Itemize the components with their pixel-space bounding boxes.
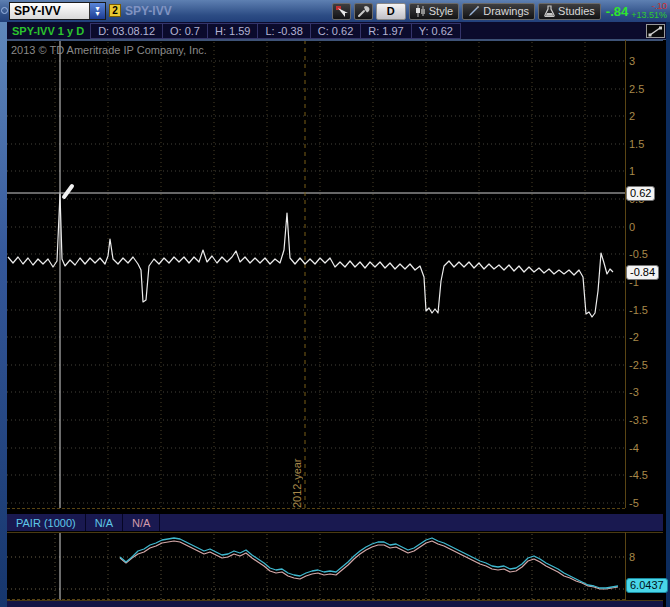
axis-tick-label: -4 <box>629 442 639 454</box>
studies-button[interactable]: Studies <box>538 3 601 20</box>
top-toolbar: SPY-IVV ▾ ▾ 2 SPY-IVV D <box>0 0 670 22</box>
axis-tick-label: 3 <box>629 55 635 67</box>
axis-tick-label: -1.5 <box>629 304 648 316</box>
settings-button[interactable] <box>354 3 373 20</box>
axis-tick-label: -0.5 <box>629 248 648 260</box>
wrench-icon <box>357 5 370 18</box>
studies-button-label: Studies <box>558 5 595 17</box>
chart-window: SPY-IVV ▾ ▾ 2 SPY-IVV D <box>0 0 670 607</box>
pair-value-2: N/A <box>123 514 160 531</box>
pair-pane-header: PAIR (1000) N/A N/A <box>7 513 663 532</box>
toolbar-right-cluster: D Style Drawings <box>332 2 668 20</box>
axis-tick-label: -4.5 <box>629 469 648 481</box>
ohlc-low: L: -0.38 <box>257 24 309 38</box>
flask-icon <box>544 5 555 17</box>
axis-tick-label: -5 <box>629 497 639 509</box>
symbol-dropdown-button[interactable]: ▾ ▾ <box>89 3 105 19</box>
axis-tick-label: -2 <box>629 331 639 343</box>
main-chart-canvas[interactable]: 32.521.510.50-0.5-1-1.5-2-2.5-3-3.5-4-4.… <box>0 40 670 510</box>
drawings-button[interactable]: Drawings <box>462 3 535 20</box>
link-group-badge[interactable]: 2 <box>109 4 121 17</box>
pair-study-label[interactable]: PAIR (1000) <box>7 514 86 531</box>
candlestick-icon <box>415 5 426 17</box>
last-price-badge: -0.84 <box>626 265 659 280</box>
style-button[interactable]: Style <box>409 3 459 20</box>
mouse-cursor-pencil <box>64 186 72 197</box>
ohlc-y: Y: 0.62 <box>411 24 460 38</box>
ohlc-range: R: 1.97 <box>360 24 410 38</box>
pencil-icon <box>468 5 480 17</box>
spread-line <box>8 194 613 317</box>
chart-title: SPY-IVV 1 y D <box>12 25 84 37</box>
trend-tool-button[interactable] <box>646 24 665 38</box>
ohlc-cells: D: 03.08.12 O: 0.7 H: 1.59 L: -0.38 C: 0… <box>90 23 461 39</box>
axis-tick-label: 8 <box>629 551 635 563</box>
cursor-flag-icon <box>335 5 348 18</box>
ohlc-high: H: 1.59 <box>207 24 257 38</box>
copyright-text: 2013 © TD Ameritrade IP Company, Inc. <box>11 44 207 56</box>
ohlc-date: D: 03.08.12 <box>91 24 162 38</box>
pair-value-badge: 6.0437 <box>626 578 668 593</box>
close-price-badge: 0.62 <box>626 186 655 201</box>
ohlc-status-row: SPY-IVV 1 y D D: 03.08.12 O: 0.7 H: 1.59… <box>0 22 670 40</box>
axis-tick-label: 0 <box>629 221 635 233</box>
axis-tick-label: -3.5 <box>629 414 648 426</box>
axis-tick-label: 1 <box>629 165 635 177</box>
symbol-input[interactable]: SPY-IVV ▾ ▾ <box>9 2 106 20</box>
axis-tick-label: 2.5 <box>629 83 644 95</box>
pair-pink-line <box>120 541 618 589</box>
chevron-down-icon: ▾ <box>95 11 99 16</box>
pair-chart-canvas[interactable]: 8 <box>0 532 670 600</box>
year-divider-label: 2012-year <box>291 430 303 508</box>
trend-line-icon <box>648 26 663 37</box>
cursor-tool-button[interactable] <box>332 3 351 20</box>
change-stack: -.10 +13.51% <box>631 2 667 20</box>
net-change-value: -.84 <box>606 4 628 19</box>
ohlc-open: O: 0.7 <box>162 24 207 38</box>
next-pane-strip <box>7 600 663 607</box>
axis-tick-label: 1.5 <box>629 138 644 150</box>
axis-tick-label: 2 <box>629 110 635 122</box>
link-circle-icon <box>1 7 8 14</box>
ohlc-close: C: 0.62 <box>310 24 360 38</box>
change-percent-value: +13.51% <box>631 11 667 20</box>
pair-value-1: N/A <box>86 514 123 531</box>
axis-tick-label: -2.5 <box>629 359 648 371</box>
pair-cyan-line <box>120 538 618 588</box>
timeframe-button[interactable]: D <box>376 3 406 20</box>
drawings-button-label: Drawings <box>483 5 529 17</box>
symbol-input-value[interactable]: SPY-IVV <box>10 4 89 18</box>
style-button-label: Style <box>429 5 453 17</box>
symbol-label: SPY-IVV <box>125 4 172 18</box>
axis-tick-label: -3 <box>629 386 639 398</box>
